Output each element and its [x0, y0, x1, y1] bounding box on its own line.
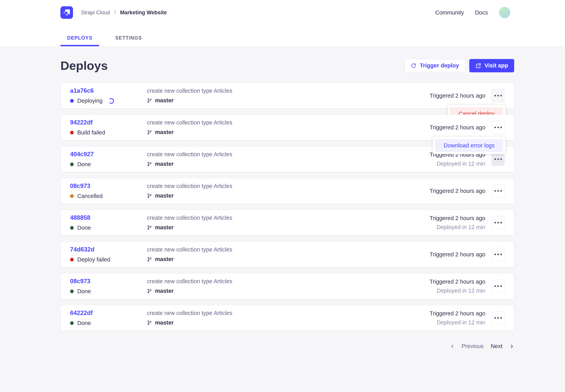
status-label: Done — [77, 320, 91, 326]
status-dot — [70, 131, 74, 134]
status-dot — [70, 194, 74, 198]
tab-deploys[interactable]: DEPLOYS — [60, 35, 99, 46]
git-branch-icon — [147, 257, 152, 262]
deploy-card: a1a76c6 Deploying create new collection … — [60, 83, 514, 109]
triggered-time: Triggered 2 hours ago — [430, 124, 485, 131]
header-nav: Community Docs — [435, 7, 510, 18]
branch-name: master — [155, 129, 174, 135]
git-branch-icon — [147, 289, 152, 294]
deploy-duration: Deployed in 12 min — [430, 288, 485, 294]
git-branch-icon — [147, 193, 152, 198]
status-dot — [70, 258, 74, 262]
external-link-icon — [475, 63, 481, 69]
branch-name: master — [155, 320, 174, 326]
status-dot — [70, 321, 74, 325]
main-content: Deploys Trigger deploy Visit app a1a76c6 — [0, 46, 565, 350]
community-link[interactable]: Community — [435, 9, 464, 16]
status-dot — [70, 290, 74, 293]
page-actions: Trigger deploy Visit app — [404, 59, 514, 72]
row-actions-button[interactable] — [492, 121, 505, 134]
commit-hash-link[interactable]: 74d632d — [70, 246, 147, 253]
pagination: Previous Next — [60, 343, 514, 350]
visit-app-button[interactable]: Visit app — [469, 59, 514, 72]
branch-row: master — [147, 193, 430, 199]
row-actions-button[interactable] — [492, 280, 505, 293]
row-actions-button[interactable] — [492, 89, 505, 102]
status-dot — [70, 99, 74, 103]
row-actions-button[interactable] — [492, 248, 505, 261]
breadcrumb: Strapi Cloud / Marketing Website — [81, 10, 167, 16]
row-actions-button[interactable] — [492, 153, 505, 166]
branch-name: master — [155, 193, 174, 199]
brand: Strapi Cloud / Marketing Website — [60, 6, 167, 19]
commit-hash-link[interactable]: 94222df — [70, 119, 147, 126]
strapi-logo-icon[interactable] — [60, 6, 73, 19]
status-label: Done — [77, 225, 91, 231]
ellipsis-icon — [494, 95, 496, 97]
triggered-time: Triggered 2 hours ago — [430, 310, 485, 317]
status-label: Deploy failed — [77, 256, 110, 263]
docs-link[interactable]: Docs — [475, 9, 488, 16]
page-title: Deploys — [60, 59, 108, 72]
status-dot — [70, 226, 74, 230]
commit-hash-link[interactable]: 488858 — [70, 214, 147, 221]
branch-name: master — [155, 288, 174, 294]
commit-hash-link[interactable]: 404c927 — [70, 151, 147, 158]
deploy-card: 64222df Done create new collection type … — [60, 305, 514, 331]
trigger-deploy-button[interactable]: Trigger deploy — [404, 59, 465, 72]
refresh-icon — [411, 63, 416, 69]
commit-hash-link[interactable]: 08c973 — [70, 182, 147, 190]
status-row: Done — [70, 288, 147, 294]
chevron-right-icon — [509, 344, 514, 349]
commit-hash-link[interactable]: 64222df — [70, 309, 147, 317]
previous-label: Previous — [461, 343, 484, 350]
status-dot — [70, 163, 74, 166]
branch-row: master — [147, 129, 430, 135]
status-label: Build failed — [77, 129, 105, 136]
deploy-duration: Deployed in 12 min — [430, 319, 485, 326]
commit-message: create new collection type Articles — [147, 183, 430, 189]
branch-row: master — [147, 288, 430, 294]
branch-name: master — [155, 161, 174, 167]
breadcrumb-separator: / — [114, 10, 116, 16]
deploy-card: 74d632d Deploy failed create new collect… — [60, 241, 514, 267]
menu-action-button[interactable]: Download error logs — [435, 139, 503, 152]
commit-hash-link[interactable]: a1a76c6 — [70, 87, 147, 94]
ellipsis-icon — [494, 285, 496, 287]
branch-name: master — [155, 224, 174, 231]
breadcrumb-root[interactable]: Strapi Cloud — [81, 10, 110, 16]
user-avatar[interactable] — [499, 7, 510, 18]
commit-hash-link[interactable]: 08c973 — [70, 278, 147, 285]
git-branch-icon — [147, 98, 152, 103]
branch-name: master — [155, 256, 174, 263]
row-actions-button[interactable] — [492, 311, 505, 324]
branch-row: master — [147, 97, 430, 104]
triggered-time: Triggered 2 hours ago — [430, 251, 485, 258]
git-branch-icon — [147, 225, 152, 230]
previous-page-button[interactable]: Previous — [450, 343, 484, 350]
status-row: Deploying — [70, 98, 147, 104]
status-row: Done — [70, 161, 147, 168]
next-label: Next — [491, 343, 502, 350]
deploy-duration: Deployed in 12 min — [430, 224, 485, 230]
git-branch-icon — [147, 320, 152, 325]
next-page-button[interactable]: Next — [491, 343, 514, 350]
branch-row: master — [147, 161, 430, 167]
app-header: Strapi Cloud / Marketing Website Communi… — [0, 0, 565, 46]
commit-message: create new collection type Articles — [147, 278, 430, 285]
row-actions-button[interactable] — [492, 184, 505, 197]
commit-message: create new collection type Articles — [147, 215, 430, 221]
triggered-time: Triggered 2 hours ago — [430, 279, 485, 285]
ellipsis-icon — [494, 158, 496, 160]
status-label: Done — [77, 288, 91, 294]
commit-message: create new collection type Articles — [147, 88, 430, 94]
row-actions-button[interactable] — [492, 216, 505, 229]
deploy-card: 08c973 Done create new collection type A… — [60, 273, 514, 299]
deploy-card: 488858 Done create new collection type A… — [60, 210, 514, 236]
ellipsis-icon — [494, 317, 496, 319]
row-actions-menu: Download error logs — [433, 137, 505, 154]
triggered-time: Triggered 2 hours ago — [430, 215, 485, 222]
branch-row: master — [147, 320, 430, 326]
tab-settings[interactable]: SETTINGS — [108, 35, 149, 46]
git-branch-icon — [147, 130, 152, 135]
